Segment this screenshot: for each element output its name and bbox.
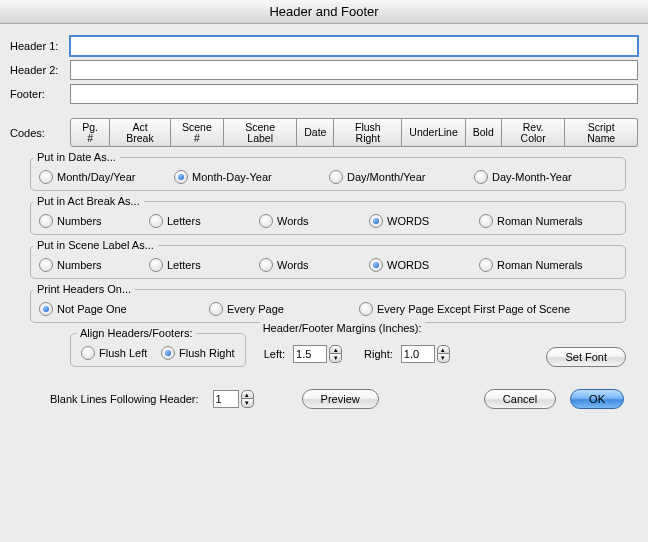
align-title: Align Headers/Footers: — [77, 327, 196, 339]
code-flushright-button[interactable]: Flush Right — [334, 118, 402, 147]
code-scriptname-button[interactable]: Script Name — [565, 118, 638, 147]
act-break-title: Put in Act Break As... — [33, 195, 144, 207]
act-opt-roman[interactable]: Roman Numerals — [479, 214, 583, 228]
header1-input[interactable] — [70, 36, 638, 56]
stepper-up-icon[interactable]: ▴ — [329, 345, 342, 354]
blank-lines-stepper[interactable]: ▴▾ — [213, 390, 254, 408]
scene-opt-letters[interactable]: Letters — [149, 258, 259, 272]
margins-group: Header/Footer Margins (Inches): Left: ▴▾… — [264, 333, 450, 363]
date-opt-dmy-slash[interactable]: Day/Month/Year — [329, 170, 474, 184]
date-format-group: Put in Date As... Month/Day/Year Month-D… — [30, 157, 626, 191]
act-opt-words-upper[interactable]: WORDS — [369, 214, 479, 228]
align-opt-flush-right[interactable]: Flush Right — [161, 346, 235, 360]
code-pg-button[interactable]: Pg. # — [70, 118, 110, 147]
print-opt-not-page-one[interactable]: Not Page One — [39, 302, 209, 316]
stepper-down-icon[interactable]: ▾ — [437, 354, 450, 363]
date-opt-mdy-dash[interactable]: Month-Day-Year — [174, 170, 329, 184]
print-headers-group: Print Headers On... Not Page One Every P… — [30, 289, 626, 323]
scene-opt-roman[interactable]: Roman Numerals — [479, 258, 583, 272]
blank-lines-label: Blank Lines Following Header: — [50, 393, 199, 405]
margins-title: Header/Footer Margins (Inches): — [260, 322, 425, 334]
act-opt-letters[interactable]: Letters — [149, 214, 259, 228]
scene-opt-words[interactable]: Words — [259, 258, 369, 272]
align-opt-flush-left[interactable]: Flush Left — [81, 346, 161, 360]
dialog-content: Header 1: Header 2: Footer: Codes: Pg. #… — [0, 24, 648, 419]
act-break-group: Put in Act Break As... Numbers Letters W… — [30, 201, 626, 235]
codes-toolbar: Pg. # Act Break Scene # Scene Label Date… — [70, 118, 638, 147]
stepper-up-icon[interactable]: ▴ — [241, 390, 254, 399]
footer-input[interactable] — [70, 84, 638, 104]
codes-label: Codes: — [10, 127, 70, 139]
code-revcolor-button[interactable]: Rev. Color — [502, 118, 566, 147]
header2-input[interactable] — [70, 60, 638, 80]
set-font-button[interactable]: Set Font — [546, 347, 626, 367]
header2-label: Header 2: — [10, 64, 70, 76]
date-opt-dmy-dash[interactable]: Day-Month-Year — [474, 170, 572, 184]
ok-button[interactable]: OK — [570, 389, 624, 409]
footer-label: Footer: — [10, 88, 70, 100]
code-scenenum-button[interactable]: Scene # — [171, 118, 224, 147]
blank-lines-input[interactable] — [213, 390, 239, 408]
stepper-down-icon[interactable]: ▾ — [241, 399, 254, 408]
margin-right-stepper[interactable]: ▴▾ — [401, 345, 450, 363]
margin-right-label: Right: — [364, 348, 393, 360]
scene-label-title: Put in Scene Label As... — [33, 239, 158, 251]
print-opt-except-first-scene[interactable]: Every Page Except First Page of Scene — [359, 302, 570, 316]
act-opt-numbers[interactable]: Numbers — [39, 214, 149, 228]
scene-label-group: Put in Scene Label As... Numbers Letters… — [30, 245, 626, 279]
code-date-button[interactable]: Date — [297, 118, 334, 147]
margin-left-label: Left: — [264, 348, 285, 360]
code-underline-button[interactable]: UnderLine — [402, 118, 465, 147]
print-headers-title: Print Headers On... — [33, 283, 135, 295]
margin-left-stepper[interactable]: ▴▾ — [293, 345, 342, 363]
scene-opt-numbers[interactable]: Numbers — [39, 258, 149, 272]
align-group: Align Headers/Footers: Flush Left Flush … — [70, 333, 246, 367]
preview-button[interactable]: Preview — [302, 389, 379, 409]
margin-right-input[interactable] — [401, 345, 435, 363]
date-format-title: Put in Date As... — [33, 151, 120, 163]
act-opt-words[interactable]: Words — [259, 214, 369, 228]
stepper-down-icon[interactable]: ▾ — [329, 354, 342, 363]
header1-label: Header 1: — [10, 40, 70, 52]
date-opt-mdy-slash[interactable]: Month/Day/Year — [39, 170, 174, 184]
code-actbreak-button[interactable]: Act Break — [110, 118, 170, 147]
stepper-up-icon[interactable]: ▴ — [437, 345, 450, 354]
print-opt-every-page[interactable]: Every Page — [209, 302, 359, 316]
code-bold-button[interactable]: Bold — [466, 118, 502, 147]
cancel-button[interactable]: Cancel — [484, 389, 556, 409]
code-scenelabel-button[interactable]: Scene Label — [224, 118, 297, 147]
margin-left-input[interactable] — [293, 345, 327, 363]
scene-opt-words-upper[interactable]: WORDS — [369, 258, 479, 272]
window-title: Header and Footer — [0, 0, 648, 24]
